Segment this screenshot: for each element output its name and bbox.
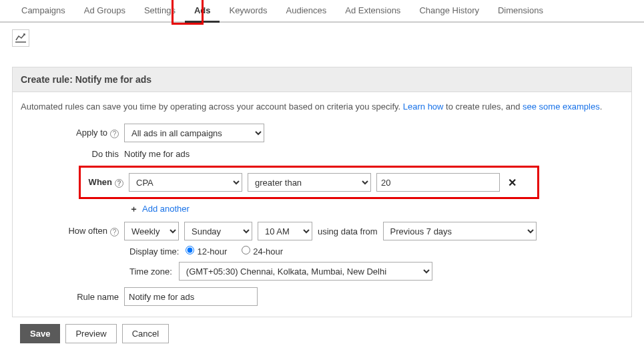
tab-ad-groups[interactable]: Ad Groups (75, 0, 135, 21)
when-metric-select[interactable]: CPA (129, 173, 242, 192)
apply-to-select[interactable]: All ads in all campaigns (124, 124, 264, 142)
remove-condition-button[interactable]: ✕ (505, 176, 519, 189)
when-condition-box: When? CPA greater than ✕ (79, 166, 539, 199)
tab-ads[interactable]: Ads (185, 0, 220, 23)
twelve-hour-radio[interactable]: 12-hour (186, 246, 227, 256)
when-operator-select[interactable]: greater than (248, 173, 371, 192)
display-time-label: Display time: (129, 246, 179, 256)
rule-name-input[interactable] (124, 287, 258, 306)
timezone-select[interactable]: (GMT+05:30) Chennai, Kolkata, Mumbai, Ne… (179, 262, 432, 281)
time-select[interactable]: 10 AM (258, 222, 312, 240)
desc-text: . (600, 102, 603, 112)
timezone-row: Time zone: (GMT+05:30) Chennai, Kolkata,… (129, 262, 623, 281)
panel-description: Automated rules can save you time by ope… (13, 92, 631, 117)
create-rule-panel: Create rule: Notify me for ads Automated… (12, 67, 632, 317)
save-button[interactable]: Save (20, 324, 60, 343)
display-time-row: Display time: 12-hour 24-hour (129, 246, 623, 256)
how-often-label: How often? (21, 226, 124, 236)
day-select[interactable]: Sunday (184, 222, 252, 240)
add-another-condition[interactable]: ＋Add another (129, 203, 623, 215)
frequency-select[interactable]: Weekly (124, 222, 179, 240)
tab-ad-extensions[interactable]: Ad Extensions (336, 0, 410, 21)
twenty-four-hour-radio[interactable]: 24-hour (242, 246, 283, 256)
help-icon[interactable]: ? (115, 179, 123, 188)
tab-change-history[interactable]: Change History (410, 0, 489, 21)
tab-keywords[interactable]: Keywords (220, 0, 276, 21)
timezone-label: Time zone: (129, 267, 172, 277)
tab-settings[interactable]: Settings (135, 0, 185, 21)
data-range-select[interactable]: Previous 7 days (383, 222, 537, 240)
tab-audiences[interactable]: Audiences (277, 0, 336, 21)
chart-toggle-button[interactable] (12, 29, 29, 47)
plus-icon: ＋ (129, 204, 138, 214)
do-this-label: Do this (21, 149, 124, 159)
panel-title: Create rule: Notify me for ads (13, 67, 631, 92)
see-examples-link[interactable]: see some examples (523, 102, 600, 112)
preview-button[interactable]: Preview (65, 324, 116, 343)
learn-how-link[interactable]: Learn how (403, 102, 444, 112)
desc-text: to create rules, and (444, 102, 523, 112)
tab-campaigns[interactable]: Campaigns (12, 0, 75, 21)
chart-icon (15, 33, 26, 43)
cancel-button[interactable]: Cancel (122, 324, 169, 343)
using-data-from-label: using data from (318, 226, 378, 236)
rule-name-label: Rule name (21, 292, 124, 302)
help-icon[interactable]: ? (110, 228, 119, 236)
tabs-bar: Campaigns Ad Groups Settings Ads Keyword… (0, 0, 644, 23)
when-value-input[interactable] (376, 173, 500, 192)
help-icon[interactable]: ? (110, 130, 119, 138)
apply-to-label: Apply to? (21, 128, 124, 138)
when-label: When? (81, 177, 129, 187)
desc-text: Automated rules can save you time by ope… (21, 102, 403, 112)
rule-form: Apply to? All ads in all campaigns Do th… (13, 124, 631, 317)
tab-dimensions[interactable]: Dimensions (489, 0, 553, 21)
do-this-value: Notify me for ads (124, 149, 190, 159)
